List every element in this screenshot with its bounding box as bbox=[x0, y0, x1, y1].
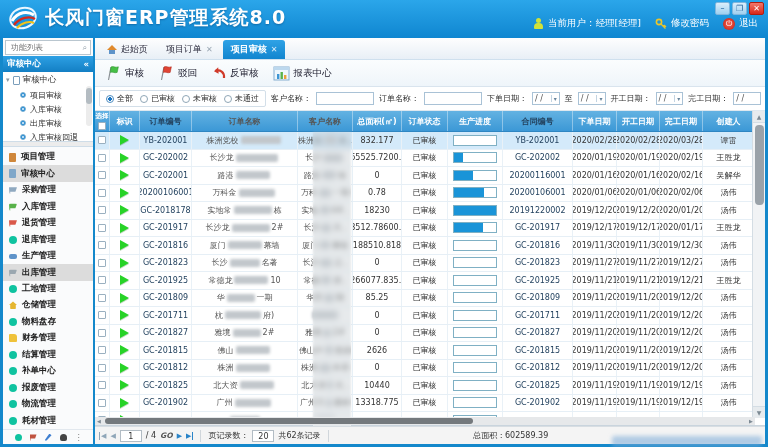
customer-name-input[interactable] bbox=[316, 92, 374, 105]
sidebar-menu-item[interactable]: 生产管理 bbox=[3, 248, 93, 264]
status-radio[interactable]: 未通过 bbox=[224, 93, 259, 104]
tab-home[interactable]: 起始页 bbox=[99, 40, 156, 59]
change-password-button[interactable]: 修改密码 bbox=[655, 17, 709, 30]
tab-project-audit[interactable]: 项目审核 ✕ bbox=[223, 40, 286, 59]
table-row[interactable]: GC-201812 株洲 株洲未来 0 已审核 GC-201812 2019/1… bbox=[95, 360, 755, 378]
table-row[interactable]: GC-202001 路港 路港墙 0 已审核 20200116001 2020/… bbox=[95, 167, 755, 185]
minimize-button[interactable]: – bbox=[715, 2, 730, 15]
overflow-icon[interactable]: ⋮ bbox=[75, 434, 82, 441]
tree-item[interactable]: 项目审核 bbox=[6, 88, 85, 102]
sidebar-menu-item[interactable]: 出库管理 bbox=[3, 264, 93, 280]
table-row[interactable]: GC-201917 长沙龙2# 长沙天.. 8512.78600.. 已审核 G… bbox=[95, 220, 755, 238]
scroll-up-icon[interactable]: ▲ bbox=[753, 111, 765, 123]
sidebar-menu-item[interactable]: 补单中心 bbox=[3, 363, 93, 379]
function-search-input[interactable] bbox=[9, 42, 83, 53]
status-radio[interactable]: 已审核 bbox=[140, 93, 175, 104]
table-row[interactable]: GC-201823 长沙名著 长沙之.. 0 已审核 GC-201823 201… bbox=[95, 255, 755, 273]
select-all-checkbox[interactable] bbox=[98, 122, 106, 130]
close-tab-icon[interactable]: ✕ bbox=[271, 45, 278, 54]
order-date-to-picker[interactable]: / /▾ bbox=[578, 92, 606, 105]
row-checkbox[interactable] bbox=[98, 206, 106, 214]
vertical-scrollbar[interactable]: ▲ ▼ bbox=[752, 111, 765, 418]
maximize-button[interactable]: ❐ bbox=[732, 2, 747, 15]
scroll-right-icon[interactable]: ▶ bbox=[747, 418, 755, 424]
tree-item[interactable]: 入库审核回退 bbox=[6, 130, 85, 142]
sidebar-menu-item[interactable]: 财务管理 bbox=[3, 330, 93, 346]
row-checkbox[interactable] bbox=[98, 276, 106, 284]
row-checkbox[interactable] bbox=[98, 311, 106, 319]
sidebar-menu-item[interactable]: 工地管理 bbox=[3, 281, 93, 297]
sidebar-menu-item[interactable]: 入库管理 bbox=[3, 198, 93, 214]
collapse-icon[interactable]: « bbox=[84, 59, 90, 69]
tab-project-orders[interactable]: 项目订单 ✕ bbox=[158, 40, 221, 59]
sidebar-menu-item[interactable]: 报废管理 bbox=[3, 380, 93, 396]
sidebar-menu-item[interactable]: 审核中心 bbox=[3, 165, 93, 181]
go-button[interactable]: GO bbox=[160, 431, 173, 440]
table-row[interactable]: GC-201815 佛山 佛山中恩康 2626 已审核 GC-201815 20… bbox=[95, 342, 755, 360]
tree-scrollbar-thumb[interactable] bbox=[86, 88, 92, 104]
table-row[interactable]: GC-201711 杭府) 0 已审核 GC-201711 2019/11/20… bbox=[95, 307, 755, 325]
next-page-button[interactable]: ▶ bbox=[177, 432, 182, 440]
table-row[interactable]: GC-201925 常德龙10 常德原.. 266077.835.. 已审核 G… bbox=[95, 272, 755, 290]
tree-root-audit-center[interactable]: ▾ 审核中心 bbox=[6, 74, 85, 86]
tree-expander-icon[interactable]: ▾ bbox=[6, 76, 10, 84]
logout-button[interactable]: ⏻ 退出 bbox=[723, 17, 758, 30]
table-row[interactable]: GC-201825 北大资 北大资天.. 10440 已审核 GC-201825… bbox=[95, 377, 755, 395]
status-radio[interactable]: 未审核 bbox=[182, 93, 217, 104]
order-name-input[interactable] bbox=[424, 92, 482, 105]
table-row[interactable]: GC-202002 长沙龙 长沙 65525.7200.. 已审核 GC-202… bbox=[95, 150, 755, 168]
start-date-picker[interactable]: / /▾ bbox=[656, 92, 684, 105]
pen-icon[interactable] bbox=[45, 434, 52, 441]
row-checkbox[interactable] bbox=[98, 381, 106, 389]
row-checkbox[interactable] bbox=[98, 364, 106, 372]
table-row[interactable]: GC-2018178 实地常栋 实地4#.. 18230 已审核 2019122… bbox=[95, 202, 755, 220]
table-row[interactable]: YB-202001 株洲党校 株洲党吴.. 832.177 已审核 YB-202… bbox=[95, 132, 755, 150]
vertical-scrollbar-thumb[interactable] bbox=[755, 125, 764, 205]
row-checkbox[interactable] bbox=[98, 154, 106, 162]
audit-button[interactable]: 审核 bbox=[105, 65, 144, 81]
sidebar-menu-item[interactable]: 仓储管理 bbox=[3, 297, 93, 313]
row-checkbox[interactable] bbox=[98, 259, 106, 267]
report-center-button[interactable]: 报表中心 bbox=[273, 66, 332, 81]
table-row[interactable]: GC-201809 华一期 华滨期 85.25 已审核 GC-201809 20… bbox=[95, 290, 755, 308]
dot-icon[interactable] bbox=[15, 434, 22, 441]
sidebar-menu-item[interactable]: 物料盘存 bbox=[3, 314, 93, 330]
row-checkbox[interactable] bbox=[98, 241, 106, 249]
scroll-left-icon[interactable]: ◀ bbox=[95, 418, 103, 424]
page-number-input[interactable]: 1 bbox=[120, 430, 142, 442]
horizontal-scrollbar-thumb[interactable] bbox=[105, 418, 473, 424]
sidebar-menu-item[interactable]: 退货管理 bbox=[3, 215, 93, 231]
close-tab-icon[interactable]: ✕ bbox=[206, 45, 213, 54]
cart-icon[interactable] bbox=[30, 434, 37, 441]
person-icon[interactable] bbox=[60, 434, 67, 441]
tree-item[interactable]: 入库审核 bbox=[6, 102, 85, 116]
prev-page-button[interactable]: ◀ bbox=[110, 432, 115, 440]
row-checkbox[interactable] bbox=[98, 329, 106, 337]
sidebar-menu-item[interactable]: 采购管理 bbox=[3, 182, 93, 198]
table-row[interactable]: GC-201902 广州 广州万森林 13318.775 已审核 GC-2019… bbox=[95, 395, 755, 413]
sidebar-menu-item[interactable]: 耗材管理 bbox=[3, 413, 93, 429]
page-size-input[interactable]: 20 bbox=[252, 430, 274, 442]
sidebar-menu-item[interactable]: 结算管理 bbox=[3, 347, 93, 363]
finish-date-picker[interactable]: / / bbox=[733, 92, 761, 105]
sidebar-menu-item[interactable]: 退库管理 bbox=[3, 231, 93, 247]
close-button[interactable]: ✕ bbox=[749, 2, 764, 15]
row-checkbox[interactable] bbox=[98, 346, 106, 354]
sidebar-menu-item[interactable]: 项目管理 bbox=[3, 149, 93, 165]
table-row[interactable]: 20200106001 万科金 万科一期 0.78 已审核 2020010600… bbox=[95, 185, 755, 203]
row-checkbox[interactable] bbox=[98, 171, 106, 179]
last-page-button[interactable]: ▶ bbox=[186, 432, 193, 440]
order-date-from-picker[interactable]: / /▾ bbox=[532, 92, 560, 105]
row-checkbox[interactable] bbox=[98, 294, 106, 302]
reject-button[interactable]: 驳回 bbox=[158, 65, 197, 81]
sidebar-menu-item[interactable]: 物流管理 bbox=[3, 396, 93, 412]
row-checkbox[interactable] bbox=[98, 399, 106, 407]
reverse-audit-button[interactable]: 反审核 bbox=[211, 66, 259, 80]
row-checkbox[interactable] bbox=[98, 189, 106, 197]
status-radio[interactable]: 全部 bbox=[106, 93, 133, 104]
table-row[interactable]: GC-201816 厦门幕墙 厦门幕墙 188510.818 已审核 GC-20… bbox=[95, 237, 755, 255]
first-page-button[interactable]: ◀ bbox=[99, 432, 106, 440]
tree-item[interactable]: 出库审核 bbox=[6, 116, 85, 130]
row-checkbox[interactable] bbox=[98, 224, 106, 232]
table-row[interactable]: GC-201827 雅境2# 雅境2# 0 已审核 GC-201827 2019… bbox=[95, 325, 755, 343]
